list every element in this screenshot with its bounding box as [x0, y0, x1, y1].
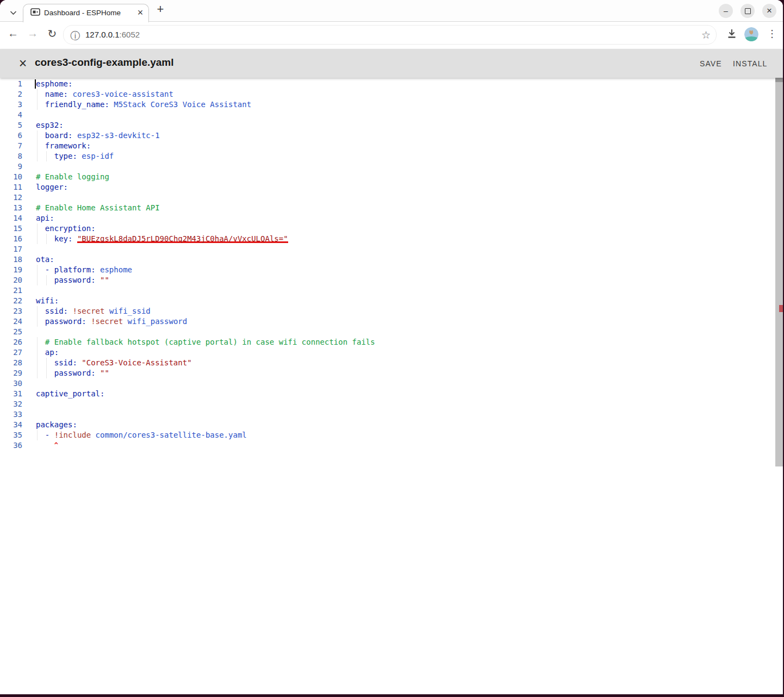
line-number: 30 — [0, 378, 22, 389]
indent-guide — [37, 130, 38, 141]
code-line[interactable]: 36^ — [0, 440, 775, 451]
code-line-text: ^ — [36, 440, 775, 451]
new-tab-button[interactable]: + — [153, 2, 167, 16]
code-line[interactable]: 7 framework: — [0, 141, 775, 151]
line-number: 35 — [0, 430, 22, 440]
code-line-text: ssid: "CoreS3-Voice-Assistant" — [36, 358, 775, 368]
code-line[interactable]: 32 — [0, 399, 775, 409]
minimize-icon: – — [724, 7, 728, 15]
code-line[interactable]: 19 - platform: esphome — [0, 265, 775, 275]
code-editor[interactable]: 1esphome:2 name: cores3-voice-assistant3… — [0, 79, 775, 451]
code-line[interactable]: 10# Enable logging — [0, 172, 775, 182]
indent-guide — [37, 306, 38, 316]
line-number: 27 — [0, 347, 22, 358]
line-number: 15 — [0, 223, 22, 234]
back-button[interactable]: ← — [5, 27, 21, 40]
address-bar[interactable]: ⓘ 127.0.0.1:6052 ☆ — [63, 25, 717, 45]
code-line-text: esphome: — [36, 79, 775, 89]
code-line[interactable]: 15 encryption: — [0, 223, 775, 234]
code-line[interactable]: 23 ssid: !secret wifi_ssid — [0, 306, 775, 316]
line-number: 20 — [0, 275, 22, 285]
indent-guide — [46, 358, 47, 368]
bookmark-star-icon[interactable]: ☆ — [701, 29, 711, 41]
error-squiggle-icon: ^ — [54, 440, 58, 451]
code-line[interactable]: 31captive_portal: — [0, 389, 775, 399]
code-line[interactable]: 4 — [0, 110, 775, 120]
code-line[interactable]: 21 — [0, 285, 775, 296]
tab-close-icon[interactable]: × — [134, 7, 146, 18]
indent-guide — [46, 234, 47, 244]
maximize-button[interactable] — [741, 4, 755, 18]
close-window-button[interactable]: × — [762, 4, 776, 18]
code-line-text: password: "" — [36, 368, 775, 378]
site-info-icon[interactable]: ⓘ — [70, 29, 80, 42]
code-line[interactable]: 9 — [0, 161, 775, 172]
code-line[interactable]: 30 — [0, 378, 775, 389]
minimize-button[interactable]: – — [719, 4, 733, 18]
code-line-text: # Enable Home Assistant API — [36, 203, 775, 213]
line-number: 36 — [0, 440, 22, 451]
line-number: 10 — [0, 172, 22, 182]
line-number: 3 — [0, 99, 22, 110]
install-button[interactable]: INSTALL — [729, 54, 771, 73]
code-line[interactable]: 18ota: — [0, 254, 775, 265]
esphome-page: × cores3-config-example.yaml SAVE INSTAL… — [0, 47, 783, 694]
line-number: 8 — [0, 151, 22, 161]
editor-scrollbar[interactable] — [775, 78, 783, 466]
indent-guide — [46, 275, 47, 285]
code-line[interactable]: 22wifi: — [0, 296, 775, 306]
code-line[interactable]: 16 key: "BUEzgskL8daDJ5rLD90Chq2M43jC0ha… — [0, 234, 775, 244]
code-line-text: logger: — [36, 182, 775, 192]
close-icon: × — [767, 5, 772, 16]
profile-avatar[interactable] — [744, 27, 758, 41]
code-line[interactable]: 3 friendly_name: M5Stack CoreS3 Voice As… — [0, 99, 775, 110]
code-line[interactable]: 14api: — [0, 213, 775, 223]
code-line[interactable]: 33 — [0, 409, 775, 420]
code-line-text — [36, 192, 775, 203]
url-port: :6052 — [120, 30, 140, 39]
code-line[interactable]: 27 ap: — [0, 347, 775, 358]
code-line[interactable]: 20 password: "" — [0, 275, 775, 285]
editor-close-icon[interactable]: × — [15, 54, 30, 72]
indent-guide — [46, 151, 47, 161]
code-line[interactable]: 11logger: — [0, 182, 775, 192]
reload-button[interactable]: ↻ — [45, 27, 60, 40]
code-line[interactable]: 34packages: — [0, 420, 775, 430]
save-button[interactable]: SAVE — [695, 54, 726, 73]
code-line[interactable]: 24 password: !secret wifi_password — [0, 316, 775, 327]
code-line[interactable]: 28 ssid: "CoreS3-Voice-Assistant" — [0, 358, 775, 368]
download-icon — [726, 28, 737, 39]
tab-strip: Dashboard - ESPHome × + – × — [0, 0, 783, 22]
code-line[interactable]: 2 name: cores3-voice-assistant — [0, 89, 775, 99]
line-number: 28 — [0, 358, 22, 368]
scrollbar-thumb[interactable] — [775, 78, 783, 82]
tab-search-button[interactable] — [5, 6, 21, 19]
indent-guide — [37, 99, 38, 110]
esphome-favicon-icon — [30, 8, 40, 16]
code-line-text: friendly_name: M5Stack CoreS3 Voice Assi… — [36, 99, 775, 110]
code-line-text — [36, 327, 775, 337]
code-line-text: - !include common/cores3-satellite-base.… — [36, 430, 775, 440]
code-line[interactable]: 6 board: esp32-s3-devkitc-1 — [0, 130, 775, 141]
code-line[interactable]: 35 - !include common/cores3-satellite-ba… — [0, 430, 775, 440]
code-line[interactable]: 5esp32: — [0, 120, 775, 130]
avatar-image — [744, 27, 758, 41]
code-line[interactable]: 13# Enable Home Assistant API — [0, 203, 775, 213]
code-line-text: # Enable logging — [36, 172, 775, 182]
browser-menu-icon[interactable]: ⋮ — [767, 28, 777, 40]
downloads-button[interactable] — [726, 28, 737, 41]
code-line[interactable]: 26 # Enable fallback hotspot (captive po… — [0, 337, 775, 347]
code-line-text: wifi: — [36, 296, 775, 306]
browser-tab[interactable]: Dashboard - ESPHome × — [23, 4, 149, 22]
indent-guide — [37, 347, 38, 358]
code-line[interactable]: 12 — [0, 192, 775, 203]
code-line[interactable]: 1esphome: — [0, 79, 775, 89]
code-line[interactable]: 8 type: esp-idf — [0, 151, 775, 161]
forward-button[interactable]: → — [25, 27, 40, 40]
line-number: 25 — [0, 327, 22, 337]
line-number: 23 — [0, 306, 22, 316]
code-line[interactable]: 29 password: "" — [0, 368, 775, 378]
code-line[interactable]: 25 — [0, 327, 775, 337]
indent-guide — [37, 151, 38, 161]
code-line[interactable]: 17 — [0, 244, 775, 254]
